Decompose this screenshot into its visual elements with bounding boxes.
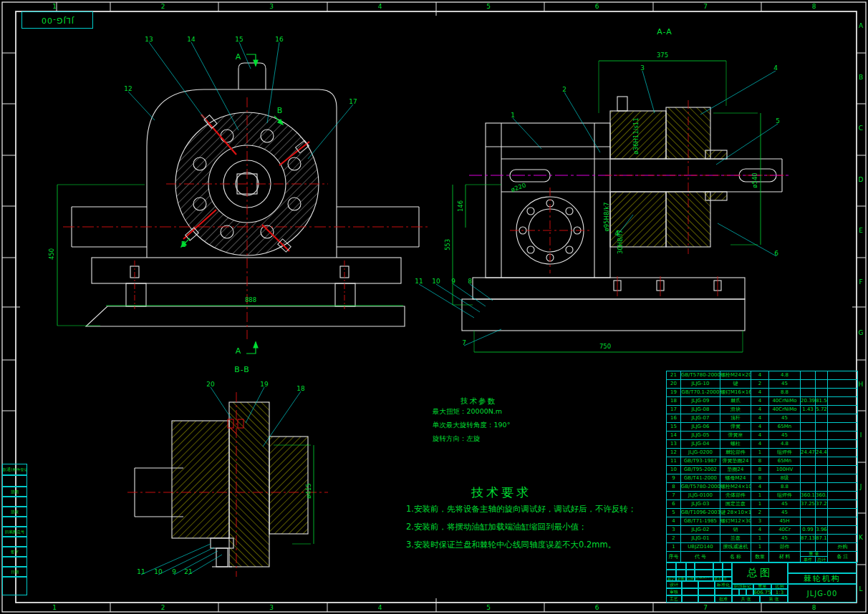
bom-cell: GB/T95-2002 <box>681 466 720 474</box>
bom-header-name: 名 称 <box>720 552 751 562</box>
bom-cell: 3.96 <box>816 526 828 535</box>
bom-row: 5GB/T1096-2003键 28×10×140245 <box>667 509 858 517</box>
bom-cell: 8 <box>751 474 769 483</box>
bom-cell: 8 <box>751 457 769 466</box>
revision-cell <box>695 562 713 570</box>
part-callout: 9 <box>451 278 455 285</box>
bom-cell: 10 <box>667 466 681 474</box>
bom-cell: JLJG-10 <box>681 380 720 389</box>
zone-letter-right: C <box>859 125 863 132</box>
bom-cell: 40Cr <box>769 526 801 535</box>
dimension-text: 888 <box>245 297 256 303</box>
sign-cell <box>682 581 698 588</box>
scale-value: 1:3 <box>771 589 788 595</box>
bom-cell: 滑块 <box>720 406 751 414</box>
part-callout: 21 <box>184 569 192 575</box>
bom-row: 17JLJG-08滑块440CrNiMo1.435.72 <box>667 406 858 414</box>
bom-header-qty: 数量 <box>751 552 769 562</box>
bom-header-weight: 重 量 <box>801 552 828 557</box>
bom-row: 10GB/T95-2002垫圈248100HV <box>667 466 858 474</box>
weight-label: 重量 <box>753 584 771 589</box>
section-letter: A <box>236 347 242 355</box>
bom-header-row: 序号 代 号 名 称 数量 材 料 重 量 备 注 <box>667 552 858 557</box>
dimension-text: ø36H11/s11 <box>633 117 640 154</box>
stage-label: 阶段标记 <box>732 584 753 589</box>
tech-req-note: 3.安装时保证兰盘和棘轮中心线同轴度误差不大0.2mm。 <box>406 541 616 550</box>
corner-code: JLJG-00 <box>41 16 74 25</box>
revision-cell <box>695 570 713 577</box>
bom-cell: 81.56 <box>816 397 828 406</box>
dimension-text: ø95H8/k7 <box>604 202 610 231</box>
tech-req-note: 2.安装前，将摆动油缸加载端油缸缩回到最小值； <box>406 523 587 532</box>
part-callout: 4 <box>773 65 778 72</box>
bom-cell: 1 <box>751 449 769 457</box>
zone-letter-right: G <box>859 330 864 336</box>
margin-block <box>2 557 27 567</box>
bom-cell: 11 <box>667 457 681 466</box>
bom-header-material: 材 料 <box>769 552 801 562</box>
bom-cell: 3 <box>667 526 681 535</box>
bom-row: 1UBJZD140摆线减速机1部件外购 <box>667 543 858 552</box>
part-callout: 9 <box>172 569 176 575</box>
bom-cell: 1.43 <box>801 406 816 414</box>
weight-value: 606.75 <box>753 589 771 595</box>
sheet-number: 第 张 <box>760 595 788 603</box>
bom-cell <box>801 543 816 552</box>
bom-header-no: 序号 <box>667 552 681 562</box>
revision-cell <box>723 570 732 577</box>
bom-cell <box>828 483 858 492</box>
bom-cell: 3 <box>751 517 769 526</box>
corner-code-box: JLJG-00 <box>21 11 93 29</box>
bom-row: 20JLJG-10键245 <box>667 380 858 389</box>
part-callout: 7 <box>462 340 466 346</box>
bom-cell <box>828 423 858 432</box>
zone-number-bottom: 7 <box>703 605 708 611</box>
bom-cell <box>801 423 816 432</box>
bom-cell <box>828 509 858 517</box>
bom-cell: 4 <box>751 371 769 380</box>
bom-cell: JLJG-01 <box>681 535 720 543</box>
sign-cell: 工艺 <box>666 595 682 603</box>
bom-cell: 外购 <box>828 543 858 552</box>
bom-cell: 40CrNiMo <box>769 397 801 406</box>
bom-cell: 螺栓M24×100 <box>720 483 751 492</box>
bom-cell: 5 <box>667 509 681 517</box>
bom-cell: 组焊件 <box>769 449 801 457</box>
part-callout: 10 <box>154 569 162 575</box>
cad-drawing-sheet: JLJG-00 A-A B-B 技术参数 最大扭矩：20000N.m单次最大旋转… <box>0 0 868 614</box>
bom-cell: 45H <box>769 517 801 526</box>
tech-req-title: 技术要求 <box>471 487 531 499</box>
bom-cell: 螺母M24 <box>720 474 751 483</box>
bom-cell: 8.8 <box>769 483 801 492</box>
bom-cell <box>828 500 858 509</box>
bom-row: 7JLJG-0100壳体部件1组焊件360.11360.11 <box>667 492 858 500</box>
bom-cell <box>816 457 828 466</box>
zone-letter-right: F <box>859 278 862 285</box>
bom-cell <box>828 397 858 406</box>
zone-number-top: 5 <box>486 4 491 10</box>
margin-block: 描校 <box>2 507 27 517</box>
bom-cell <box>828 526 858 535</box>
bom-cell: JLJG-07 <box>681 414 720 423</box>
bom-cell: 45 <box>769 432 801 440</box>
bom-cell: 8级 <box>769 474 801 483</box>
sign-cell <box>698 588 715 595</box>
bom-cell: 6 <box>667 500 681 509</box>
bom-cell <box>801 483 816 492</box>
bom-cell <box>801 432 816 440</box>
sheets-total: 共 张 <box>732 595 760 603</box>
sign-cell <box>698 595 715 603</box>
bom-cell: 65Mn <box>769 457 801 466</box>
bom-cell: 21 <box>667 371 681 380</box>
bom-cell: JLJG-09 <box>681 397 720 406</box>
bom-cell <box>816 509 828 517</box>
margin-block <box>2 497 27 507</box>
bom-cell: 螺栓M24×200 <box>720 371 751 380</box>
bom-row: 2JLJG-01兰盘14587.1387.13 <box>667 535 858 543</box>
stage-box-1 <box>732 589 739 595</box>
bom-cell: 弹簧垫圈24 <box>720 457 751 466</box>
bom-row: 16JLJG-07顶杆445 <box>667 414 858 423</box>
part-callout: 3 <box>640 65 645 72</box>
bom-cell: 37.25 <box>801 500 816 509</box>
margin-block: 描图 <box>2 487 27 497</box>
